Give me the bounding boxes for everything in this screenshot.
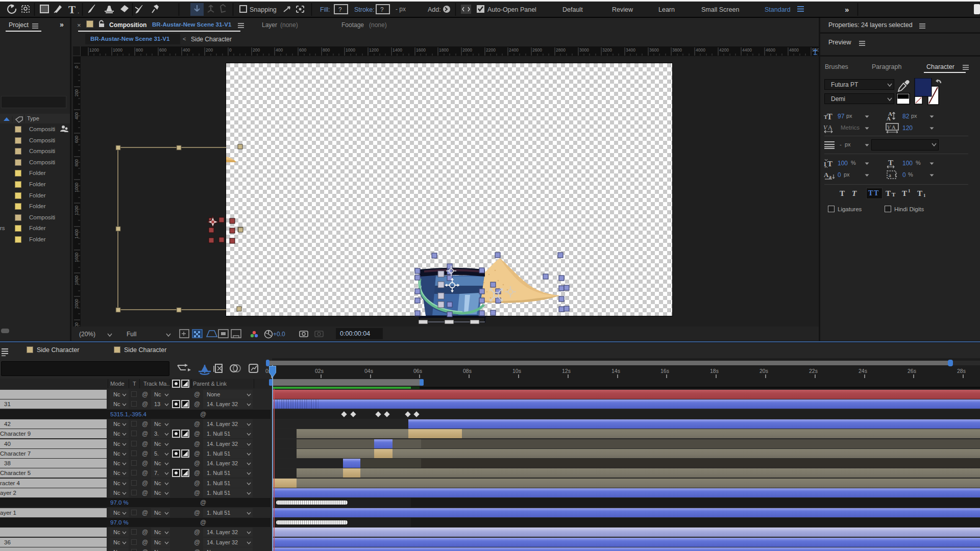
svg-text:Auto-Open Panel: Auto-Open Panel	[487, 6, 536, 13]
svg-text:4000: 4000	[696, 47, 705, 53]
svg-text:200: 200	[74, 89, 79, 96]
svg-text:1800: 1800	[74, 276, 79, 285]
svg-text:T: T	[888, 159, 893, 167]
svg-text:3000: 3000	[579, 47, 589, 53]
svg-text:1400: 1400	[393, 47, 402, 53]
svg-text:0: 0	[74, 66, 79, 68]
svg-text:Small Screen: Small Screen	[701, 6, 739, 13]
svg-text:V: V	[887, 124, 891, 130]
svg-text:2600: 2600	[532, 47, 542, 53]
svg-text:1400: 1400	[74, 229, 79, 239]
svg-text:T: T	[827, 112, 832, 120]
svg-text:.: .	[78, 8, 79, 14]
svg-text:»: »	[845, 5, 849, 14]
svg-text:a: a	[889, 172, 891, 178]
svg-text:1200: 1200	[74, 206, 79, 215]
svg-text:600: 600	[159, 47, 166, 53]
svg-text:Fill:: Fill:	[320, 6, 330, 13]
svg-text:1000: 1000	[113, 47, 122, 53]
svg-text:Snapping: Snapping	[250, 6, 277, 13]
svg-text:1000: 1000	[74, 183, 79, 192]
svg-text:1200: 1200	[369, 47, 379, 53]
svg-text:1600: 1600	[416, 47, 426, 53]
svg-text:1800: 1800	[439, 47, 449, 53]
svg-text:V: V	[823, 124, 828, 131]
svg-text:A: A	[828, 124, 832, 131]
svg-text:3600: 3600	[649, 47, 659, 53]
svg-text:4400: 4400	[742, 47, 752, 53]
svg-text:800: 800	[323, 47, 330, 53]
svg-text:4600: 4600	[766, 47, 775, 53]
svg-text:200: 200	[253, 47, 260, 53]
svg-text:800: 800	[136, 47, 143, 53]
svg-text:3800: 3800	[672, 47, 682, 53]
svg-text:T: T	[68, 4, 76, 16]
svg-text:2800: 2800	[556, 47, 566, 53]
svg-text:1000: 1000	[346, 47, 355, 53]
svg-text:Standard: Standard	[765, 6, 791, 13]
svg-text:A: A	[887, 115, 891, 121]
svg-text:2400: 2400	[509, 47, 519, 53]
svg-text:3200: 3200	[602, 47, 612, 53]
svg-text:4800: 4800	[789, 47, 799, 53]
svg-text:0: 0	[229, 47, 232, 53]
svg-text:Stroke:: Stroke:	[354, 6, 375, 13]
svg-text:?: ?	[338, 6, 342, 13]
svg-text:a: a	[829, 174, 831, 180]
svg-text:2000: 2000	[462, 47, 472, 53]
svg-text:2000: 2000	[74, 299, 79, 309]
svg-text:800: 800	[74, 159, 79, 166]
svg-text:A: A	[824, 171, 829, 179]
svg-text:600: 600	[299, 47, 306, 53]
svg-text:400: 400	[276, 47, 283, 53]
svg-text:1600: 1600	[74, 253, 79, 262]
svg-text:Add:: Add:	[428, 6, 441, 13]
svg-text:Default: Default	[562, 6, 583, 13]
svg-text:?: ?	[380, 6, 384, 13]
svg-text:T: T	[827, 160, 832, 168]
svg-text:4200: 4200	[719, 47, 729, 53]
svg-text:Learn: Learn	[658, 6, 675, 13]
svg-text:3400: 3400	[626, 47, 635, 53]
svg-text:200: 200	[206, 47, 213, 53]
svg-text:Review: Review	[612, 6, 633, 13]
svg-text:A: A	[892, 124, 896, 130]
svg-text:400: 400	[183, 47, 190, 53]
svg-text:1200: 1200	[89, 47, 99, 53]
svg-text:2200: 2200	[486, 47, 496, 53]
svg-text:- px: - px	[396, 6, 406, 13]
